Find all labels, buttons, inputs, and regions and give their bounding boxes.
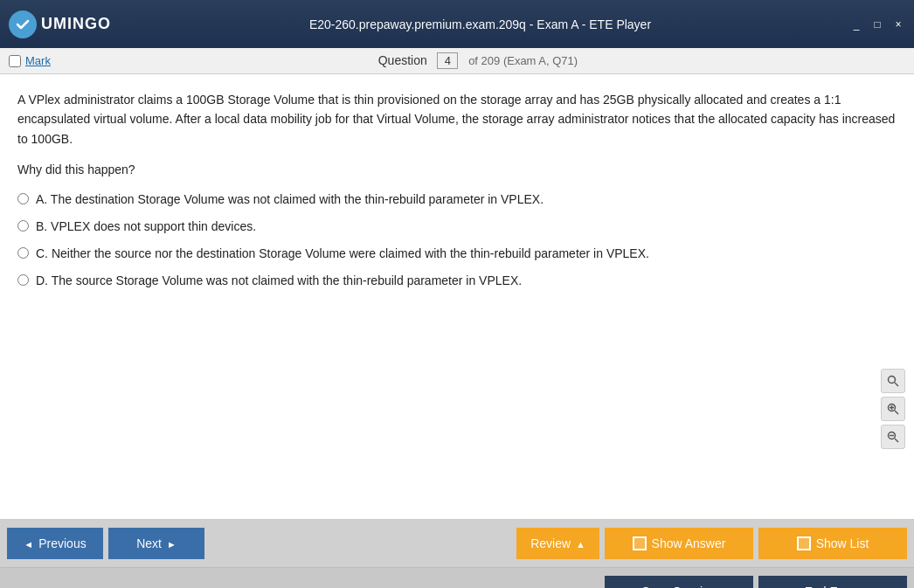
maximize-button[interactable]: □ [870,18,884,31]
option-a-text: A. The destination Storage Volume was no… [36,190,544,209]
mark-label[interactable]: Mark [25,54,51,67]
minimize-button[interactable]: _ [849,18,863,31]
search-icon-btn[interactable] [881,369,905,393]
radio-a[interactable] [17,193,29,204]
window-controls[interactable]: _ □ × [849,18,905,31]
option-d-text: D. The source Storage Volume was not cla… [36,272,522,290]
close-button[interactable]: × [891,18,905,31]
previous-chevron-icon [24,536,33,550]
zoom-in-btn[interactable] [881,397,905,421]
question-number: 4 [437,52,458,69]
option-b-text: B. VPLEX does not support thin devices. [36,218,256,236]
logo: UMINGO [9,10,111,38]
show-answer-label: Show Answer [652,536,726,550]
option-c-text: C. Neither the source nor the destinatio… [36,245,649,263]
next-label: Next [136,536,162,550]
previous-label: Previous [38,536,86,550]
option-b[interactable]: B. VPLEX does not support thin devices. [17,218,897,236]
next-chevron-icon [167,536,177,550]
toolbar-row1: Previous Next Review Show Answer Show Li… [0,520,914,567]
mark-checkbox[interactable]: Mark [9,54,51,67]
show-list-label: Show List [816,536,869,550]
show-list-checkbox-icon [797,536,811,550]
answer-options: A. The destination Storage Volume was no… [17,190,897,290]
toolbar-row2: Save Session End Exam [0,567,914,588]
show-answer-checkbox-icon [633,536,647,550]
radio-c[interactable] [17,247,29,259]
logo-icon [9,10,37,38]
zoom-out-btn[interactable] [881,425,905,449]
title-bar-left: UMINGO [9,10,111,38]
svg-line-2 [895,383,898,386]
show-list-button[interactable]: Show List [758,528,907,559]
previous-button[interactable]: Previous [7,528,103,559]
option-c[interactable]: C. Neither the source nor the destinatio… [17,245,897,263]
radio-d[interactable] [17,274,29,286]
review-chevron-icon [576,536,585,550]
question-label: Question [378,53,427,67]
logo-text: UMINGO [41,15,111,33]
question-text: A VPlex administrator claims a 100GB Sto… [17,90,897,149]
review-label: Review [530,536,571,550]
zoom-out-icon [887,431,899,443]
question-nav: Question 4 of 209 (Exam A, Q71) [51,52,905,69]
main-content: A VPlex administrator claims a 100GB Sto… [0,74,914,520]
sidebar-icons [881,369,905,449]
next-button[interactable]: Next [108,528,204,559]
end-exam-label: End Exam [805,585,862,589]
option-d[interactable]: D. The source Storage Volume was not cla… [17,272,897,290]
show-answer-button[interactable]: Show Answer [605,528,753,559]
menu-bar: Mark Question 4 of 209 (Exam A, Q71) [0,48,914,74]
end-exam-button[interactable]: End Exam [758,576,907,589]
radio-b[interactable] [17,220,29,232]
save-session-button[interactable]: Save Session [605,576,753,589]
svg-line-8 [895,439,898,442]
svg-line-4 [895,411,898,414]
app-title: E20-260.prepaway.premium.exam.209q - Exa… [111,17,849,31]
svg-point-1 [889,377,896,384]
question-total: of 209 (Exam A, Q71) [468,54,578,67]
zoom-in-icon [887,403,899,415]
search-icon [887,375,899,387]
review-button[interactable]: Review [516,528,599,559]
why-text: Why did this happen? [17,163,897,176]
save-session-label: Save Session [641,585,717,589]
mark-checkbox-input[interactable] [9,55,21,67]
option-a[interactable]: A. The destination Storage Volume was no… [17,190,897,209]
title-bar: UMINGO E20-260.prepaway.premium.exam.209… [0,0,914,48]
